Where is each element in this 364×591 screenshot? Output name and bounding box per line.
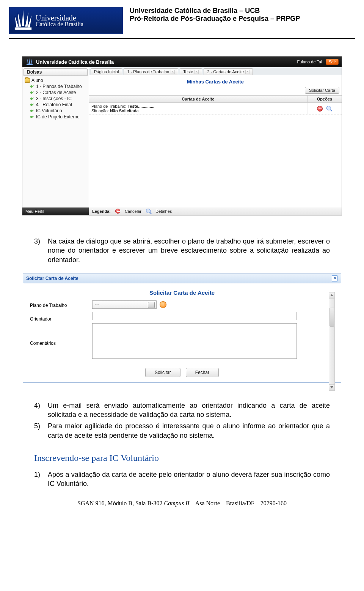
tree-item-label: 1 - Planos de Trabalho	[36, 84, 82, 89]
dialog-screenshot: Solicitar Carta de Aceite × Solicitar Ca…	[23, 273, 341, 383]
tree-item[interactable]: 3 - Inscrições - IC	[25, 96, 87, 102]
folder-icon	[25, 78, 30, 83]
sidebar: Bolsas Aluno 1 - Planos de Trabalho 2 - …	[22, 67, 89, 215]
grid-header-opcoes: Opções	[308, 96, 342, 102]
grid-header: Cartas de Aceite Opções	[89, 95, 342, 103]
tree-item[interactable]: IC Voluntário	[25, 108, 87, 114]
header-title-1: Universidade Católica de Brasília – UCB	[130, 7, 355, 15]
table-row: Plano de Trabalho: Teste.............. S…	[89, 103, 342, 115]
svg-point-4	[30, 97, 33, 100]
leaf-icon	[30, 90, 35, 95]
cancel-icon[interactable]	[317, 106, 323, 112]
svg-point-5	[30, 104, 33, 106]
legend-label: Legenda:	[92, 209, 111, 214]
plano-select[interactable]: ---	[92, 300, 157, 309]
tab-label: 2 - Cartas de Aceite	[207, 69, 244, 74]
svg-point-7	[30, 116, 33, 118]
close-icon[interactable]: ×	[171, 70, 175, 74]
leaf-icon	[30, 102, 35, 107]
doc-paragraph-4-5: 4) Um e-mail será enviado automaticament…	[34, 401, 330, 440]
tree-item-label: IC Voluntário	[36, 108, 62, 113]
orientador-input[interactable]	[92, 312, 297, 320]
select-value: ---	[95, 302, 99, 307]
label-comentarios: Comentários	[30, 341, 87, 346]
header-divider	[9, 38, 355, 39]
comentarios-textarea[interactable]	[92, 323, 297, 359]
label-plano: Plano de Trabalho	[30, 303, 87, 308]
close-icon[interactable]: ×	[245, 70, 249, 74]
list-text: Um e-mail será enviado automaticamente a…	[48, 401, 330, 420]
svg-rect-0	[15, 27, 31, 30]
sidebar-footer-meu-perfil[interactable]: Meu Perfil	[22, 207, 89, 215]
list-number: 4)	[34, 401, 45, 420]
leaf-icon	[30, 108, 35, 113]
tree-item-label: 3 - Inscrições - IC	[36, 96, 72, 101]
scroll-up-icon[interactable]	[329, 292, 334, 299]
main-panel: Página Inicial 1 - Planos de Trabalho× T…	[89, 67, 342, 215]
dialog-labels: Plano de Trabalho Orientador Comentários	[30, 300, 87, 362]
svg-point-2	[30, 85, 33, 88]
row-plano-value: Teste..............	[127, 104, 154, 108]
list-text: Na caixa de diálogo que se abrirá, escol…	[48, 237, 330, 264]
tree-item-label: 4 - Relatório Final	[36, 102, 72, 107]
scrollbar[interactable]	[329, 292, 335, 391]
user-name: Fulano de Tal	[297, 60, 322, 64]
tree-item[interactable]: 2 - Cartas de Aceite	[25, 90, 87, 96]
header-title-2: Pró-Reitoria de Pós-Graduação e Pesquisa…	[130, 15, 355, 23]
tree-item-label: IC de Projeto Externo	[36, 114, 80, 119]
sidebar-tab-bolsas[interactable]: Bolsas	[24, 68, 88, 76]
cancel-icon	[115, 209, 120, 214]
dialog-fields: --- !	[92, 300, 334, 362]
chevron-down-icon	[150, 304, 153, 306]
logo-line2: Católica de Brasília	[36, 21, 83, 28]
app-brand: Universidade Católica de Brasília	[36, 59, 297, 65]
ucb-logo: Universidade Católica de Brasília	[9, 7, 123, 34]
footer-part-a: SGAN 916, Módulo B, Sala B-302	[77, 500, 164, 506]
page-header: Universidade Católica de Brasília Univer…	[0, 0, 364, 37]
legend-details: Detalhes	[155, 209, 172, 214]
solicitar-carta-button[interactable]: Solicitar Carta	[305, 87, 339, 94]
cathedral-mini-icon	[25, 58, 34, 66]
tab-label: Teste	[183, 69, 193, 74]
tree-item[interactable]: IC de Projeto Externo	[25, 114, 87, 120]
scroll-down-icon[interactable]	[329, 384, 334, 390]
tab-label: Página Inicial	[94, 69, 119, 74]
row-situacao-value: Não Solicitada	[110, 108, 139, 113]
panel-title: Minhas Cartas de Aceite	[89, 75, 342, 87]
page-footer: SGAN 916, Módulo B, Sala B-302 Campus II…	[0, 500, 364, 507]
details-icon	[146, 209, 151, 214]
tab-teste[interactable]: Teste×	[180, 68, 202, 75]
leaf-icon	[30, 96, 35, 101]
tab-planos-trabalho[interactable]: 1 - Planos de Trabalho×	[124, 68, 178, 75]
doc-paragraph-1: 1) Após a validação da carta de aceite p…	[34, 470, 330, 489]
app-topbar: Universidade Católica de Brasília Fulano…	[22, 57, 342, 67]
footer-part-b: Campus II	[164, 500, 189, 506]
fechar-button[interactable]: Fechar	[186, 368, 219, 377]
list-number: 5)	[34, 421, 45, 440]
nav-tree: Aluno 1 - Planos de Trabalho 2 - Cartas …	[22, 76, 89, 207]
tree-root-label: Aluno	[31, 78, 43, 83]
system-screenshot: Universidade Católica de Brasília Fulano…	[22, 56, 342, 215]
solicitar-button[interactable]: Solicitar	[145, 368, 180, 377]
list-number: 3)	[34, 237, 45, 264]
tab-pagina-inicial[interactable]: Página Inicial	[91, 68, 122, 75]
legend-bar: Legenda: Cancelar Detalhes	[89, 207, 342, 215]
close-icon[interactable]: ×	[332, 275, 338, 281]
cathedral-icon	[13, 10, 33, 32]
tree-item[interactable]: 4 - Relatório Final	[25, 102, 87, 108]
footer-part-c: – Asa Norte – Brasília/DF – 70790-160	[190, 500, 287, 506]
dialog-titlebar: Solicitar Carta de Aceite ×	[23, 274, 341, 283]
tree-item[interactable]: 1 - Planos de Trabalho	[25, 83, 87, 90]
details-icon[interactable]	[326, 106, 332, 112]
close-icon[interactable]: ×	[195, 70, 199, 74]
tab-cartas-aceite[interactable]: 2 - Cartas de Aceite×	[204, 68, 253, 75]
logout-button[interactable]: Sair	[326, 59, 339, 65]
dialog-subtitle: Solicitar Carta de Aceite	[23, 283, 341, 300]
dialog-title: Solicitar Carta de Aceite	[26, 276, 332, 281]
tree-root-aluno[interactable]: Aluno	[25, 77, 87, 83]
scroll-thumb[interactable]	[329, 308, 334, 327]
list-number: 1)	[34, 470, 45, 489]
leaf-icon	[30, 115, 35, 119]
tabstrip: Página Inicial 1 - Planos de Trabalho× T…	[89, 67, 342, 75]
row-plano-label: Plano de Trabalho:	[91, 104, 127, 108]
